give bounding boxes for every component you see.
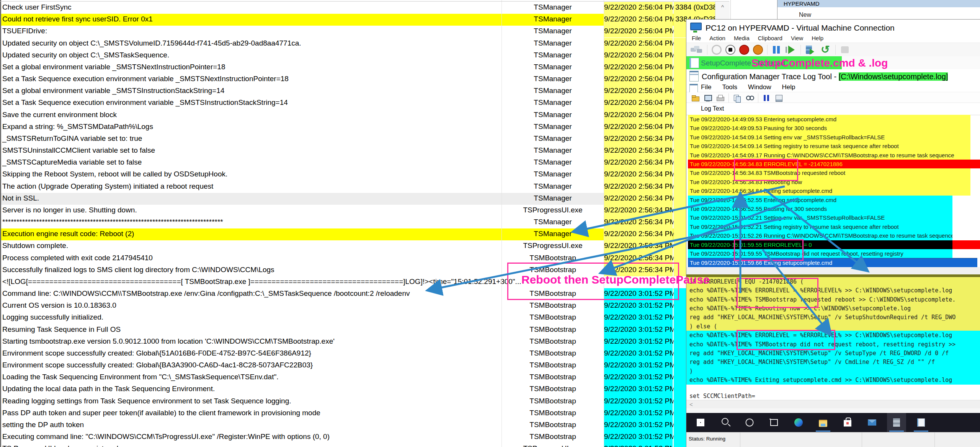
log-row[interactable]: Environment scope successfully created: … xyxy=(0,360,729,372)
log-component: TSManager xyxy=(502,218,603,226)
log-row[interactable]: Environment scope successfully created: … xyxy=(0,348,729,360)
log-row[interactable]: Set a Task Sequence execution environmen… xyxy=(0,97,729,109)
log-row[interactable]: Updating the local data path in the Task… xyxy=(0,383,729,395)
script-line: echo %DATE%-%TIME% ERRORLEVEL = %ERRORLE… xyxy=(689,331,952,339)
log-row[interactable]: Check user FirstSyncTSManager9/22/2020 2… xyxy=(0,2,729,14)
search-icon[interactable] xyxy=(715,413,735,432)
log-component: TSMBootstrap xyxy=(502,385,603,393)
log-time: 9/22/2020 3:01:52 PM xyxy=(604,419,673,431)
log-row[interactable]: Process completed with exit code 2147945… xyxy=(0,253,729,264)
setupcomplete-log-row[interactable]: Tue 09/22/2020-14:56:34.83 Rebooting now xyxy=(688,178,970,186)
mail-icon[interactable] xyxy=(862,413,882,432)
log-component: TSManager xyxy=(502,134,603,143)
log-row[interactable]: Updated security on object C:\_SMSTSVolu… xyxy=(0,38,729,50)
log-row[interactable]: Not in SSL.TSManager9/22/2020 2:56:34 PM xyxy=(0,193,729,205)
log-row[interactable]: Set a global environment variable _SMSTS… xyxy=(0,85,729,97)
log-row[interactable]: _SMSTSCaptureMedia variable set to false… xyxy=(0,157,729,169)
log-component: TSMBootstrap xyxy=(502,266,603,274)
log-row[interactable]: Logging successfully initialized.TSMBoot… xyxy=(0,312,729,324)
log-row[interactable]: setting the DP auth tokenTSMBootstrap9/2… xyxy=(0,419,729,431)
setupcomplete-log-row[interactable]: Tue 09/22/2020-15:01:59.66 Exiting setup… xyxy=(688,258,977,267)
log-message: Command line: C:\WINDOWS\CCM\\TSMBootstr… xyxy=(2,289,410,298)
log-row[interactable]: Loading the Task Sequencing Environment … xyxy=(0,372,729,383)
cortana-icon[interactable] xyxy=(740,413,759,432)
log-component: TSManager xyxy=(502,111,603,119)
task-view-icon[interactable] xyxy=(764,413,784,432)
log-row[interactable]: Executing command line: "C:\WINDOWS\CCM\… xyxy=(0,431,729,443)
log-time: 9/22/2020 2:56:04 PM xyxy=(604,121,673,133)
start-icon[interactable] xyxy=(691,413,710,432)
scroll-up-icon[interactable]: ^ xyxy=(715,2,730,10)
log-row[interactable]: Server is no longer in use. Shutting dow… xyxy=(0,205,729,217)
log-component: TSMBootstrap xyxy=(502,421,603,429)
column-divider xyxy=(604,0,604,447)
log-row[interactable]: The action (Upgrade Operating System) in… xyxy=(0,181,729,193)
log-row[interactable]: Skipping the Reboot System, reboot will … xyxy=(0,169,729,181)
vm-taskbar[interactable] xyxy=(686,413,980,432)
vertical-scrollbar[interactable]: ^ xyxy=(715,2,730,19)
setupcomplete-log-row[interactable]: Tue 09/22/2020-14:49:09.53 Pausing for 3… xyxy=(688,124,970,132)
log-row[interactable]: Updated security on object C:\_SMSTaskSe… xyxy=(0,50,729,62)
log-component: TSMBootstrap xyxy=(502,289,603,298)
log-time: 9/22/2020 3:01:52 PM xyxy=(604,372,673,383)
log-row[interactable]: Set a Task Sequence execution environmen… xyxy=(0,73,729,85)
log-row[interactable]: Current OS version is 10.0.18363.0TSMBoo… xyxy=(0,300,729,312)
log-row[interactable]: Save the current environment blockTSMana… xyxy=(0,109,729,121)
log-component: TSMBootstrap xyxy=(502,432,603,441)
hyperv-manager-new-item[interactable]: New xyxy=(777,7,980,18)
edge-icon[interactable] xyxy=(789,413,808,432)
log-time: 9/22/2020 2:56:34 PM xyxy=(604,181,673,193)
log-time: 9/22/2020 2:56:04 PM xyxy=(604,26,673,38)
log-time: 9/22/2020 3:01:52 PM xyxy=(604,348,673,360)
log-row[interactable]: Command line: C:\WINDOWS\CCM\\TSMBootstr… xyxy=(0,288,729,300)
log-row[interactable]: SMSTSUninstallCCMClient variable set to … xyxy=(0,145,729,157)
log-row[interactable]: Shutdown complete.TSProgressUI.exe9/22/2… xyxy=(0,240,729,252)
log-time: 9/22/2020 3:01:52 PM xyxy=(604,443,673,447)
log-row[interactable]: Set a global environment variable _SMSTS… xyxy=(0,62,729,73)
setupcomplete-log-row[interactable]: Tue 09/22/2020-15:01:52.26 Running C:\WI… xyxy=(688,231,952,240)
scroll-left-icon[interactable]: < xyxy=(689,401,693,408)
log-row[interactable]: Pass DP auth token and super peer token(… xyxy=(0,408,729,419)
log-time: 9/22/2020 3:01:52 PM xyxy=(604,360,673,372)
column-divider xyxy=(501,0,502,447)
log-row[interactable]: TSUEFIDrive:TSManager9/22/2020 2:56:04 P… xyxy=(0,26,729,38)
setupcomplete-log-row[interactable]: Tue 09/22/2020-14:54:09.17 Running C:\WI… xyxy=(688,151,970,160)
hyperv-icon[interactable] xyxy=(887,413,906,432)
setupcomplete-log-row[interactable]: Tue 09/22/2020-14:56:34.84 Exiting setup… xyxy=(688,186,970,195)
setupcomplete-log-row[interactable]: Tue 09/22/2020-14:56:34.83 TSMBootstrap … xyxy=(688,168,970,177)
log-row[interactable]: Reading logging settings from Task Seque… xyxy=(0,396,729,408)
log-time: 9/22/2020 3:01:52 PM xyxy=(604,300,673,312)
setupcomplete-log-row[interactable]: Tue 09/22/2020-14:54:09.14 Setting env v… xyxy=(688,133,970,142)
log-time: 9/22/2020 3:01:52 PM xyxy=(604,336,673,348)
setupcomplete-log-row[interactable]: Tue 09/22/2020-14:56:52.55 Pausing for 3… xyxy=(688,204,952,213)
setupcomplete-log-row[interactable]: Tue 09/22/2020-15:01:52.21 Setting env v… xyxy=(688,213,952,222)
setupcomplete-log-row[interactable]: Tue 09/22/2020-15:01:59.55 TSMBootstrap … xyxy=(688,249,952,258)
log-row[interactable]: Starting tsmbootstrap.exe version 5.0.90… xyxy=(0,336,729,348)
log-row[interactable]: Execution engine result code: Reboot (2)… xyxy=(0,228,729,240)
log-time: 9/22/2020 2:56:34 PM xyxy=(604,217,673,228)
setupcomplete-log-row[interactable]: Tue 09/22/2020-14:49:09.53 Entering setu… xyxy=(688,115,970,124)
setupcomplete-log-row[interactable]: Tue 09/22/2020-14:54:09.14 Setting regis… xyxy=(688,142,970,150)
log-row[interactable]: Expand a string: %_SMSTSMDataPath%\LogsT… xyxy=(0,121,729,133)
store-icon[interactable] xyxy=(838,413,857,432)
setupcomplete-log-row[interactable]: Tue 09/22/2020-15:01:59.55 ERRORLEVEL = … xyxy=(688,240,952,249)
log-row[interactable]: ****************************************… xyxy=(0,217,729,228)
setupcomplete-log-row[interactable]: Tue 09/22/2020-14:56:52.55 Entering setu… xyxy=(688,196,952,204)
setupcomplete-log-row[interactable]: Tue 09/22/2020-15:01:52.21 Setting regis… xyxy=(688,222,952,231)
setupcomplete-log-row[interactable]: Tue 09/22/2020-14:56:34.83 ERRORLEVEL = … xyxy=(688,160,980,168)
log-message: Expand a string: %_SMSTSMDataPath%\Logs xyxy=(2,122,153,131)
log-message: Server is no longer in use. Shutting dow… xyxy=(2,206,137,214)
log-component: TSMBootstrap xyxy=(502,397,603,405)
horizontal-scrollbar[interactable]: < xyxy=(686,400,980,408)
script-line: echo %DATE%-%TIME% Exiting setupcomplete… xyxy=(689,375,952,384)
notepad-icon[interactable] xyxy=(911,413,931,432)
log-message: SMSTSUninstallCCMClient variable set to … xyxy=(2,146,155,155)
log-row[interactable]: Could not retrieve first sync userSID. E… xyxy=(0,14,729,26)
file-explorer-icon[interactable] xyxy=(813,413,833,432)
hyperv-manager-window: HYPERVAMD New xyxy=(777,0,980,19)
log-row[interactable]: Resuming Task Sequence in Full OSTSMBoot… xyxy=(0,324,729,336)
log-row[interactable]: TS Progress UI has been registeredTSProg… xyxy=(0,443,729,447)
log-component: TSManager xyxy=(502,146,603,155)
log-row[interactable]: _SMSTSReturnToGINA variable set to: true… xyxy=(0,133,729,145)
log-component: TSManager xyxy=(502,170,603,178)
